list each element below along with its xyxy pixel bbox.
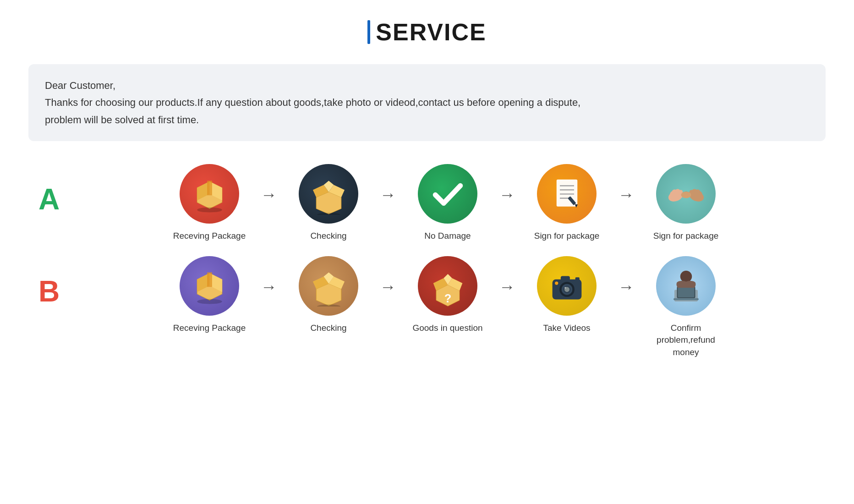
step-b5: Confirm problem,refund money (640, 256, 732, 359)
icon-a1-package (180, 164, 239, 224)
svg-rect-56 (673, 298, 699, 301)
svg-point-37 (317, 305, 340, 307)
arrow-a4: → (613, 164, 640, 204)
step-a3: No Damage (402, 164, 493, 242)
arrow-b2: → (374, 256, 402, 296)
arrow-b3: → (493, 256, 521, 296)
label-a4: Sign for package (534, 230, 600, 242)
icon-b5-refund (656, 256, 716, 316)
flow-items-a: Receving Package → (70, 164, 826, 242)
step-b3: ? Goods in question (402, 256, 493, 334)
arrow-b4: → (613, 256, 640, 296)
row-label-b: B (28, 256, 70, 308)
flow-section: A (28, 164, 826, 367)
icon-a4-sign (537, 164, 597, 224)
step-a1: Receving Package (164, 164, 255, 242)
svg-rect-3 (207, 181, 212, 195)
step-a4: Sign for package (521, 164, 613, 242)
svg-point-32 (197, 299, 222, 304)
flow-row-a: A (28, 164, 826, 242)
arrow-a2: → (374, 164, 402, 204)
svg-rect-50 (575, 278, 579, 281)
flow-items-b: Receving Package → Checking → (70, 256, 826, 359)
page-header: SERVICE (367, 18, 486, 46)
step-b1: Receving Package (164, 256, 255, 334)
row-label-a: A (28, 164, 70, 216)
icon-a2-checking (299, 164, 358, 224)
svg-point-48 (564, 287, 566, 289)
icon-b1-package (180, 256, 239, 316)
title-accent-bar (367, 20, 370, 44)
label-a2: Checking (310, 230, 346, 242)
page-title: SERVICE (376, 18, 486, 46)
label-a3: No Damage (424, 230, 471, 242)
label-a1: Receving Package (173, 230, 246, 242)
svg-point-9 (317, 213, 340, 215)
label-b4: Take Videos (543, 322, 590, 334)
icon-b4-camera (537, 256, 597, 316)
label-b1: Receving Package (173, 322, 246, 334)
notice-box: Dear Customer, Thanks for choosing our p… (28, 64, 826, 141)
step-a5: Sign for package (640, 164, 732, 242)
svg-rect-49 (560, 276, 569, 281)
icon-a3-nodamage (418, 164, 477, 224)
icon-b3-question: ? (418, 256, 477, 316)
label-b3: Goods in question (412, 322, 482, 334)
notice-line3: problem will be solved at first time. (45, 111, 809, 128)
svg-rect-55 (678, 287, 694, 297)
label-a5: Sign for package (653, 230, 719, 242)
svg-point-27 (681, 192, 691, 198)
arrow-b1: → (255, 256, 283, 296)
notice-line2: Thanks for choosing our products.If any … (45, 94, 809, 111)
label-b5: Confirm problem,refund money (645, 322, 727, 359)
flow-row-b: B Receving Package → (28, 256, 826, 359)
notice-line1: Dear Customer, (45, 77, 809, 94)
svg-point-52 (680, 271, 691, 282)
svg-text:?: ? (444, 292, 451, 305)
icon-a5-handshake (656, 164, 716, 224)
arrow-a3: → (493, 164, 521, 204)
step-a2: Checking (283, 164, 374, 242)
step-b2: Checking (283, 256, 374, 334)
label-b2: Checking (310, 322, 346, 334)
svg-rect-31 (207, 273, 212, 287)
svg-point-51 (555, 282, 558, 285)
svg-point-4 (197, 207, 222, 212)
step-b4: Take Videos (521, 256, 613, 334)
arrow-a1: → (255, 164, 283, 204)
icon-b2-checking (299, 256, 358, 316)
